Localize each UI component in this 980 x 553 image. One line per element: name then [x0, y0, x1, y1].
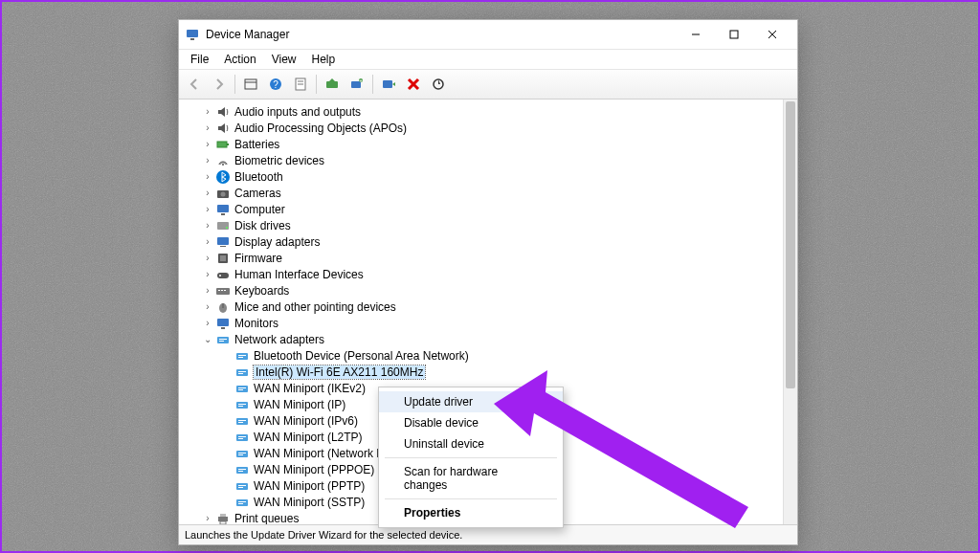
- audio-icon: [215, 121, 231, 136]
- tree-category-label: Computer: [234, 203, 285, 216]
- svg-rect-45: [217, 337, 229, 343]
- svg-rect-54: [236, 386, 248, 392]
- menu-file[interactable]: File: [185, 51, 214, 68]
- context-menu-item[interactable]: Update driver: [379, 391, 563, 412]
- svg-rect-62: [238, 422, 243, 423]
- tree-category[interactable]: ›Monitors: [192, 315, 781, 331]
- svg-rect-77: [238, 503, 243, 504]
- context-menu-item[interactable]: Properties: [379, 502, 563, 523]
- tree-device-label: Bluetooth Device (Personal Area Network): [254, 349, 469, 363]
- caret-right-icon[interactable]: ›: [202, 318, 213, 329]
- svg-rect-43: [217, 319, 229, 326]
- scrollbar[interactable]: [783, 100, 797, 524]
- caret-right-icon[interactable]: ›: [202, 269, 213, 280]
- scroll-thumb[interactable]: [786, 101, 795, 388]
- uninstall-device-button[interactable]: [402, 73, 425, 96]
- context-menu-item[interactable]: Uninstall device: [379, 433, 563, 454]
- caret-right-icon[interactable]: ›: [202, 220, 213, 232]
- update-driver-button[interactable]: [321, 73, 344, 96]
- menu-action[interactable]: Action: [218, 51, 261, 68]
- tree-category[interactable]: ›Bluetooth: [192, 168, 781, 185]
- caret-right-icon[interactable]: ›: [202, 139, 213, 150]
- tree-category[interactable]: ⌄Network adapters: [192, 331, 781, 347]
- caret-right-icon[interactable]: ›: [202, 253, 213, 264]
- disk-icon: [215, 218, 231, 233]
- show-hide-console-button[interactable]: [239, 73, 262, 96]
- caret-down-icon[interactable]: ⌄: [202, 334, 213, 345]
- tree-category[interactable]: ›Batteries: [192, 136, 781, 152]
- bluetooth-icon: [215, 169, 231, 185]
- minimize-button[interactable]: [677, 21, 715, 48]
- scan-hardware-button[interactable]: +: [345, 73, 368, 96]
- caret-right-icon[interactable]: ›: [202, 204, 213, 215]
- caret-right-icon[interactable]: ›: [202, 106, 213, 118]
- svg-point-30: [226, 227, 228, 229]
- printer-icon: [215, 511, 231, 525]
- caret-right-icon[interactable]: ›: [202, 188, 213, 199]
- maximize-button[interactable]: [715, 21, 753, 48]
- network-icon: [234, 413, 250, 429]
- network-icon: [234, 365, 250, 380]
- biometric-icon: [215, 153, 231, 168]
- context-menu-item[interactable]: Scan for hardware changes: [379, 461, 563, 496]
- tree-device[interactable]: Intel(R) Wi-Fi 6E AX211 160MHz: [192, 364, 781, 380]
- back-button[interactable]: [183, 73, 206, 96]
- tree-category[interactable]: ›Cameras: [192, 185, 781, 201]
- svg-rect-51: [236, 369, 248, 376]
- caret-right-icon[interactable]: ›: [202, 301, 213, 313]
- disable-device-button[interactable]: [427, 73, 450, 96]
- forward-button[interactable]: [208, 73, 231, 96]
- close-button[interactable]: [753, 21, 791, 48]
- svg-point-23: [222, 164, 224, 166]
- tree-category[interactable]: ›Biometric devices: [192, 152, 781, 168]
- display-icon: [215, 234, 231, 250]
- keyboard-icon: [215, 283, 231, 299]
- context-menu: Update driverDisable deviceUninstall dev…: [378, 387, 564, 528]
- tree-category[interactable]: ›Mice and other pointing devices: [192, 299, 781, 315]
- svg-rect-61: [238, 420, 246, 421]
- menu-help[interactable]: Help: [306, 51, 342, 68]
- tree-category-label: Batteries: [234, 138, 279, 151]
- svg-rect-6: [245, 79, 256, 89]
- caret-right-icon[interactable]: ›: [202, 285, 213, 297]
- svg-rect-58: [238, 404, 246, 405]
- help-button[interactable]: ?: [264, 73, 287, 96]
- svg-rect-67: [238, 453, 246, 453]
- caret-right-icon[interactable]: ›: [202, 513, 213, 524]
- tree-category[interactable]: ›Computer: [192, 201, 781, 217]
- properties-button[interactable]: [289, 73, 312, 96]
- mouse-icon: [215, 299, 231, 315]
- context-menu-item[interactable]: Disable device: [379, 412, 563, 433]
- svg-rect-37: [216, 288, 230, 295]
- tree-device[interactable]: Bluetooth Device (Personal Area Network): [192, 347, 781, 364]
- tree-category[interactable]: ›Human Interface Devices: [192, 266, 781, 282]
- status-text: Launches the Update Driver Wizard for th…: [185, 529, 462, 541]
- svg-rect-60: [236, 418, 248, 425]
- tree-category-label: Mice and other pointing devices: [234, 300, 396, 314]
- caret-right-icon[interactable]: ›: [202, 236, 213, 248]
- tree-device-label: WAN Miniport (IKEv2): [254, 382, 366, 395]
- titlebar: Device Manager: [179, 20, 797, 50]
- network-icon: [234, 446, 250, 461]
- tree-category[interactable]: ›Disk drives: [192, 217, 781, 233]
- tree-category-label: Disk drives: [234, 219, 291, 232]
- tree-category[interactable]: ›Audio Processing Objects (APOs): [192, 120, 781, 136]
- toolbar: ? +: [179, 70, 797, 100]
- menu-view[interactable]: View: [266, 51, 302, 68]
- enable-device-button[interactable]: [377, 73, 400, 96]
- tree-device-label: WAN Miniport (L2TP): [254, 431, 363, 444]
- tree-category-label: Monitors: [234, 317, 278, 330]
- svg-rect-27: [217, 205, 229, 212]
- tree-category[interactable]: ›Display adapters: [192, 233, 781, 250]
- tree-category[interactable]: ›Audio inputs and outputs: [192, 103, 781, 120]
- tree-category[interactable]: ›Keyboards: [192, 282, 781, 299]
- context-menu-separator: [385, 498, 557, 499]
- caret-right-icon[interactable]: ›: [202, 122, 213, 134]
- caret-right-icon[interactable]: ›: [202, 155, 213, 166]
- caret-right-icon[interactable]: ›: [202, 171, 213, 183]
- window-title: Device Manager: [206, 28, 677, 41]
- network-icon: [234, 381, 250, 396]
- audio-icon: [215, 104, 231, 120]
- tree-category[interactable]: ›Firmware: [192, 250, 781, 266]
- tree-category-label: Audio inputs and outputs: [234, 105, 361, 119]
